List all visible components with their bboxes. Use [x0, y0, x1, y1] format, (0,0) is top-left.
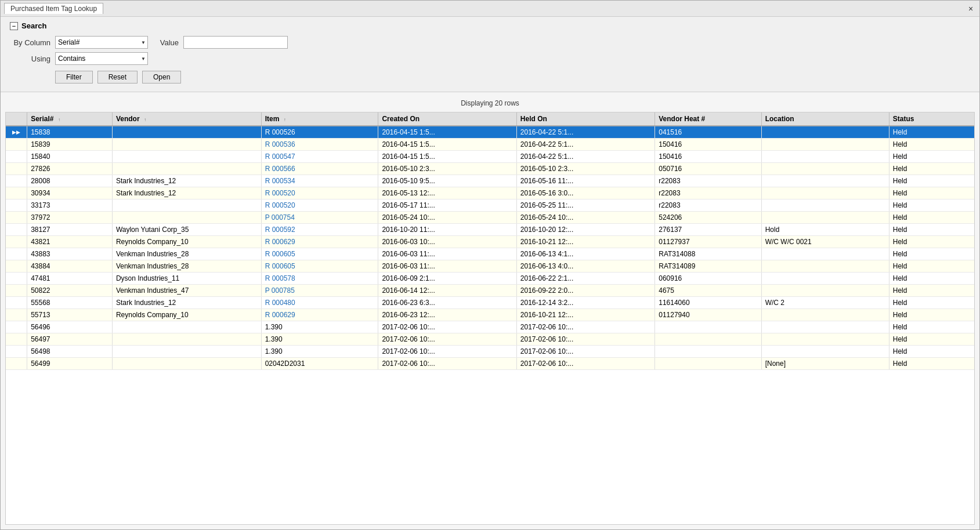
- cell-vendor_heat: 041516: [655, 126, 761, 139]
- cell-vendor_heat: 01127937: [655, 236, 761, 248]
- column-select-wrapper: Serial# Vendor Item Created On Held On V…: [55, 36, 148, 49]
- cell-status: Held: [889, 151, 974, 163]
- reset-button[interactable]: Reset: [97, 71, 138, 84]
- buttons-row: Filter Reset Open: [55, 71, 970, 84]
- table-row[interactable]: 47481Dyson Industries_11R 0005782016-06-…: [6, 273, 974, 285]
- cell-status: Held: [889, 321, 974, 333]
- cell-held_on: 2016-10-20 12:...: [516, 224, 654, 236]
- table-row[interactable]: 15840R 0005472016-04-15 1:5...2016-04-22…: [6, 151, 974, 163]
- cell-indicator: [6, 309, 27, 321]
- cell-location: [761, 212, 889, 224]
- filter-button[interactable]: Filter: [55, 71, 93, 84]
- using-select[interactable]: Contains Equals Starts With Ends With: [55, 52, 148, 65]
- col-created-on[interactable]: Created On: [378, 112, 516, 126]
- col-location[interactable]: Location: [761, 112, 889, 126]
- col-item[interactable]: Item ↑: [261, 112, 378, 126]
- cell-created_on: 2016-06-14 12:...: [378, 285, 516, 297]
- cell-location: [761, 139, 889, 151]
- cell-indicator: [6, 236, 27, 248]
- table-row[interactable]: 55568Stark Industries_12R 0004802016-06-…: [6, 297, 974, 309]
- title-bar: Purchased Item Tag Lookup ×: [1, 1, 979, 17]
- table-row[interactable]: 27826R 0005662016-05-10 2:3...2016-05-10…: [6, 163, 974, 175]
- cell-location: [761, 321, 889, 333]
- table-row[interactable]: ▶15838R 0005262016-04-15 1:5...2016-04-2…: [6, 126, 974, 139]
- table-row[interactable]: 15839R 0005362016-04-15 1:5...2016-04-22…: [6, 139, 974, 151]
- search-title: Search: [21, 21, 46, 30]
- cell-status: Held: [889, 236, 974, 248]
- open-button[interactable]: Open: [142, 71, 181, 84]
- cell-location: [None]: [761, 358, 889, 370]
- by-column-row: By Column Serial# Vendor Item Created On…: [10, 36, 970, 49]
- cell-indicator: [6, 175, 27, 187]
- cell-held_on: 2016-05-10 2:3...: [516, 163, 654, 175]
- column-select[interactable]: Serial# Vendor Item Created On Held On V…: [55, 36, 148, 49]
- cell-held_on: 2016-05-16 11:...: [516, 175, 654, 187]
- cell-status: Held: [889, 224, 974, 236]
- table-row[interactable]: 5649902042D20312017-02-06 10:...2017-02-…: [6, 358, 974, 370]
- cell-held_on: 2016-05-16 3:0...: [516, 187, 654, 199]
- col-vendor-heat[interactable]: Vendor Heat #: [655, 112, 761, 126]
- cell-held_on: 2016-06-22 2:1...: [516, 273, 654, 285]
- cell-created_on: 2016-05-10 9:5...: [378, 175, 516, 187]
- using-row: Using Contains Equals Starts With Ends W…: [10, 52, 970, 65]
- cell-status: Held: [889, 285, 974, 297]
- table-row[interactable]: 564961.3902017-02-06 10:...2017-02-06 10…: [6, 321, 974, 333]
- display-info: Displaying 20 rows: [5, 97, 975, 110]
- col-vendor[interactable]: Vendor ↑: [112, 112, 261, 126]
- close-button[interactable]: ×: [965, 3, 976, 14]
- content-area: Displaying 20 rows Serial# ↑ Vendor ↑ It…: [1, 92, 979, 529]
- col-indicator[interactable]: [6, 112, 27, 126]
- cell-vendor_heat: 150416: [655, 151, 761, 163]
- cell-serial: 43884: [27, 260, 113, 273]
- cell-vendor: [112, 333, 261, 346]
- cell-created_on: 2016-04-15 1:5...: [378, 126, 516, 139]
- cell-status: Held: [889, 212, 974, 224]
- cell-serial: 43821: [27, 236, 113, 248]
- cell-serial: 15840: [27, 151, 113, 163]
- cell-location: [761, 260, 889, 273]
- cell-status: Held: [889, 126, 974, 139]
- cell-item: R 000605: [261, 248, 378, 260]
- cell-held_on: 2016-06-13 4:1...: [516, 248, 654, 260]
- cell-indicator: [6, 333, 27, 346]
- table-row[interactable]: 43821Reynolds Company_10R 0006292016-06-…: [6, 236, 974, 248]
- using-select-wrapper: Contains Equals Starts With Ends With: [55, 52, 148, 65]
- cell-item: R 000520: [261, 187, 378, 199]
- cell-serial: 56499: [27, 358, 113, 370]
- table-row[interactable]: 28008Stark Industries_12R 0005342016-05-…: [6, 175, 974, 187]
- cell-location: [761, 333, 889, 346]
- table-row[interactable]: 564981.3902017-02-06 10:...2017-02-06 10…: [6, 346, 974, 358]
- cell-serial: 38127: [27, 224, 113, 236]
- table-row[interactable]: 30934Stark Industries_12R 0005202016-05-…: [6, 187, 974, 199]
- cell-item: P 000754: [261, 212, 378, 224]
- table-row[interactable]: 564971.3902017-02-06 10:...2017-02-06 10…: [6, 333, 974, 346]
- cell-vendor_heat: r22083: [655, 199, 761, 212]
- col-serial[interactable]: Serial# ↑: [27, 112, 113, 126]
- table-row[interactable]: 33173R 0005202016-05-17 11:...2016-05-25…: [6, 199, 974, 212]
- cell-vendor: Reynolds Company_10: [112, 236, 261, 248]
- cell-indicator: [6, 346, 27, 358]
- cell-indicator: [6, 163, 27, 175]
- cell-vendor: Waylon Yutani Corp_35: [112, 224, 261, 236]
- cell-vendor: [112, 126, 261, 139]
- table-row[interactable]: 37972P 0007542016-05-24 10:...2016-05-24…: [6, 212, 974, 224]
- item-sort-icon: ↑: [284, 117, 286, 122]
- cell-vendor: Stark Industries_12: [112, 297, 261, 309]
- col-status[interactable]: Status: [889, 112, 974, 126]
- table-row[interactable]: 55713Reynolds Company_10R 0006292016-06-…: [6, 309, 974, 321]
- cell-indicator: [6, 224, 27, 236]
- table-row[interactable]: 50822Venkman Industries_47P 0007852016-0…: [6, 285, 974, 297]
- collapse-icon[interactable]: −: [10, 22, 18, 30]
- value-input[interactable]: [183, 36, 288, 49]
- table-row[interactable]: 43884Venkman Industries_28R 0006052016-0…: [6, 260, 974, 273]
- cell-vendor: [112, 163, 261, 175]
- cell-location: Hold: [761, 224, 889, 236]
- table-row[interactable]: 43883Venkman Industries_28R 0006052016-0…: [6, 248, 974, 260]
- col-held-on[interactable]: Held On: [516, 112, 654, 126]
- table-row[interactable]: 38127Waylon Yutani Corp_35R 0005922016-1…: [6, 224, 974, 236]
- table-container[interactable]: Serial# ↑ Vendor ↑ Item ↑ Created On Hel…: [5, 112, 975, 525]
- cell-item: R 000526: [261, 126, 378, 139]
- cell-item: R 000578: [261, 273, 378, 285]
- main-window: Purchased Item Tag Lookup × − Search By …: [0, 0, 980, 530]
- cell-indicator: [6, 212, 27, 224]
